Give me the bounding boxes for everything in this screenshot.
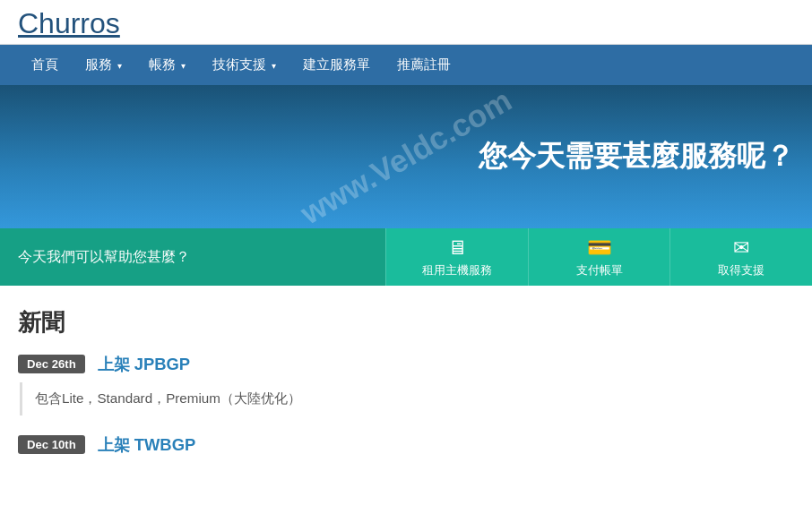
chevron-down-icon: ▾ bbox=[272, 60, 276, 71]
news-section: 新聞 Dec 26th 上架 JPBGP 包含Lite，Standard，Pre… bbox=[0, 286, 812, 495]
service-bar-support[interactable]: ✉ 取得支援 bbox=[669, 228, 812, 286]
nav-home[interactable]: 首頁 bbox=[18, 45, 72, 85]
nav-create-ticket[interactable]: 建立服務單 bbox=[289, 45, 384, 85]
nav-billing[interactable]: 帳務 ▾ bbox=[135, 45, 199, 85]
site-header: Churros bbox=[0, 0, 812, 45]
billing-icon: 💳 bbox=[587, 236, 612, 260]
news-body: 包含Lite，Standard，Premium（大陸优化） bbox=[20, 382, 794, 415]
hosting-icon: 🖥 bbox=[447, 236, 467, 260]
nav-services[interactable]: 服務 ▾ bbox=[72, 45, 135, 85]
service-bar-hosting[interactable]: 🖥 租用主機服務 bbox=[385, 228, 528, 286]
news-headline[interactable]: 上架 JPBGP bbox=[98, 353, 190, 375]
service-bar-main-cta[interactable]: 今天我們可以幫助您甚麼？ bbox=[0, 228, 385, 286]
news-headline[interactable]: 上架 TWBGP bbox=[98, 433, 196, 456]
news-date-badge: Dec 26th bbox=[18, 355, 85, 373]
hero-text: 您今天需要甚麼服務呢？ bbox=[479, 137, 794, 176]
news-item: Dec 10th 上架 TWBGP bbox=[18, 433, 794, 456]
chevron-down-icon: ▾ bbox=[117, 60, 122, 71]
mail-icon: ✉ bbox=[733, 236, 749, 260]
hero-banner: www.Veldc.com 您今天需要甚麼服務呢？ bbox=[0, 85, 812, 228]
nav-referral[interactable]: 推薦註冊 bbox=[384, 45, 464, 85]
news-section-title: 新聞 bbox=[18, 307, 794, 338]
nav-support[interactable]: 技術支援 ▾ bbox=[199, 45, 289, 85]
site-logo[interactable]: Churros bbox=[18, 7, 120, 40]
chevron-down-icon: ▾ bbox=[181, 60, 186, 71]
news-date-row: Dec 10th 上架 TWBGP bbox=[18, 433, 794, 456]
service-bar: 今天我們可以幫助您甚麼？ 🖥 租用主機服務 💳 支付帳單 ✉ 取得支援 bbox=[0, 228, 812, 286]
service-bar-billing[interactable]: 💳 支付帳單 bbox=[528, 228, 670, 286]
news-date-row: Dec 26th 上架 JPBGP bbox=[18, 353, 794, 375]
main-nav: 首頁 服務 ▾ 帳務 ▾ 技術支援 ▾ 建立服務單 推薦註冊 bbox=[0, 45, 812, 85]
news-date-badge: Dec 10th bbox=[18, 435, 85, 454]
news-item: Dec 26th 上架 JPBGP 包含Lite，Standard，Premiu… bbox=[18, 353, 794, 415]
